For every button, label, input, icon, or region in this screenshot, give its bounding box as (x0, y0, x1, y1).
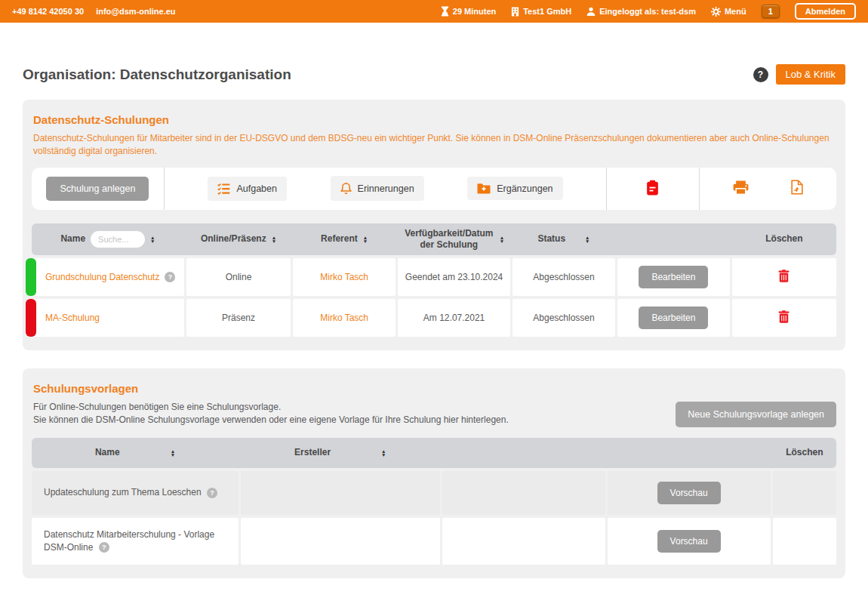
col-header-name[interactable]: Name ▲▼ (32, 438, 239, 468)
title-row: Organisation: Datenschutzorganisation ? … (23, 64, 845, 85)
folder-plus-icon (477, 183, 491, 194)
clipboard-icon (646, 180, 659, 196)
col-header-status[interactable]: Status ▲▼ (512, 223, 615, 255)
schulungen-toolbar: Schulung anlegen Aufgaben Erinnerungen E… (32, 168, 836, 210)
company-name[interactable]: Test1 GmbH (511, 7, 571, 17)
cell-status: Abgeschlossen (512, 258, 615, 296)
email-link[interactable]: info@dsm-online.eu (96, 7, 175, 16)
col-header-delete: Löschen (773, 438, 836, 468)
table-row: Grundschulung Datenschutz ? Online Mirko… (32, 258, 836, 296)
cell-empty (442, 471, 605, 515)
sort-icon[interactable]: ▲▼ (171, 449, 175, 457)
table-row: MA-Schulung Präsenz Mirko Tasch Am 12.07… (32, 299, 836, 337)
row-help-icon[interactable]: ? (207, 488, 217, 498)
col-header-empty (442, 438, 605, 468)
cell-delete (773, 471, 836, 515)
col-header-mode[interactable]: Online/Präsenz ▲▼ (186, 223, 291, 255)
sort-icon[interactable]: ▲▼ (381, 449, 386, 457)
vorlagen-title: Schulungsvorlagen (33, 382, 835, 395)
vorlagen-table-header: Name ▲▼ Ersteller ▲▼ Löschen (32, 438, 836, 468)
col-header-referent[interactable]: Referent ▲▼ (293, 223, 396, 255)
main-content: Organisation: Datenschutzorganisation ? … (0, 64, 868, 578)
toolbar-section-actions: Aufgaben Erinnerungen Ergänzungen (165, 168, 607, 210)
referent-link[interactable]: Mirko Tasch (320, 272, 368, 282)
preview-button[interactable]: Vorschau (657, 530, 721, 553)
gear-icon (711, 7, 721, 17)
cell-name: MA-Schulung (32, 299, 184, 337)
cell-edit: Bearbeiten (617, 299, 730, 337)
print-button[interactable] (727, 177, 755, 200)
toolbar-section-create: Schulung anlegen (32, 168, 165, 210)
cell-mode: Präsenz (186, 299, 291, 337)
additions-button[interactable]: Ergänzungen (467, 177, 562, 200)
col-header-delete: Löschen (732, 223, 836, 255)
cell-availability: Geendet am 23.10.2024 (398, 258, 510, 296)
create-template-button[interactable]: Neue Schulungsvorlage anlegen (676, 402, 836, 427)
sort-icon[interactable]: ▲▼ (500, 236, 504, 243)
vorlagen-card: Schulungsvorlagen Für Online-Schulungen … (23, 368, 845, 578)
topbar: +49 8142 42050 30 info@dsm-online.eu 29 … (0, 0, 868, 23)
schulungen-card: Datenschutz-Schulungen Datenschutz-Schul… (23, 100, 845, 350)
cell-status: Abgeschlossen (512, 299, 615, 337)
template-row: Datenschutz Mitarbeiterschulung - Vorlag… (32, 518, 836, 565)
vorlagen-head: Für Online-Schulungen benötigen Sie eine… (32, 401, 836, 427)
feedback-button[interactable]: Lob & Kritik (776, 64, 845, 85)
cell-preview: Vorschau (608, 518, 771, 565)
create-schulung-button[interactable]: Schulung anlegen (46, 177, 149, 201)
cell-mode: Online (186, 258, 291, 296)
row-help-icon[interactable]: ? (165, 272, 175, 282)
row-help-icon[interactable]: ? (99, 542, 109, 553)
hourglass-icon (441, 6, 449, 17)
notification-badge[interactable]: 1 (762, 5, 780, 18)
col-header-ersteller[interactable]: Ersteller ▲▼ (241, 438, 440, 468)
sort-icon[interactable]: ▲▼ (585, 236, 589, 243)
reminders-button[interactable]: Erinnerungen (331, 176, 424, 201)
report-button[interactable] (640, 177, 665, 201)
col-header-edit (617, 223, 730, 255)
edit-button[interactable]: Bearbeiten (639, 266, 708, 288)
cell-empty (442, 518, 605, 565)
vorlagen-description: Für Online-Schulungen benötigen Sie eine… (33, 401, 509, 427)
cell-preview: Vorschau (608, 471, 771, 515)
help-icon[interactable]: ? (753, 67, 768, 82)
template-name: Updateschulung zum Thema Loeschen ? (44, 486, 217, 498)
search-input[interactable] (91, 231, 145, 248)
topbar-contact: +49 8142 42050 30 info@dsm-online.eu (12, 7, 176, 16)
preview-button[interactable]: Vorschau (657, 482, 721, 504)
building-icon (511, 7, 519, 17)
toolbar-section-export (700, 168, 836, 210)
delete-button[interactable] (776, 267, 792, 287)
schulung-link[interactable]: Grundschulung Datenschutz (45, 272, 159, 282)
session-timer: 29 Minuten (441, 6, 496, 17)
logout-button[interactable]: Abmelden (795, 3, 856, 20)
trash-icon (778, 270, 790, 282)
col-header-name[interactable]: Name ▲▼ (32, 223, 184, 255)
edit-button[interactable]: Bearbeiten (639, 306, 708, 329)
schulung-link[interactable]: MA-Schulung (45, 313, 100, 323)
sort-icon[interactable]: ▲▼ (150, 236, 155, 243)
menu-button[interactable]: Menü (711, 7, 746, 17)
tasks-button[interactable]: Aufgaben (208, 177, 287, 201)
phone-number[interactable]: +49 8142 42050 30 (12, 7, 84, 16)
schulungen-table-header: Name ▲▼ Online/Präsenz ▲▼ Referent ▲▼ Ve… (32, 223, 836, 255)
logged-in-user[interactable]: Eingeloggt als: test-dsm (586, 7, 696, 16)
trash-icon (778, 310, 790, 323)
referent-link[interactable]: Mirko Tasch (320, 313, 368, 323)
schulungen-title: Datenschutz-Schulungen (33, 113, 835, 126)
cell-delete (732, 299, 836, 337)
pdf-file-icon (791, 180, 803, 195)
col-header-empty (608, 438, 771, 468)
template-name: Datenschutz Mitarbeiterschulung - Vorlag… (44, 528, 229, 553)
col-header-availability[interactable]: Verfügbarkeit/Datum der Schulung ▲▼ (398, 223, 510, 255)
cell-name: Grundschulung Datenschutz ? (32, 258, 184, 296)
page-title: Organisation: Datenschutzorganisation (23, 66, 291, 83)
status-indicator-red (26, 299, 36, 337)
sort-icon[interactable]: ▲▼ (272, 236, 276, 243)
delete-button[interactable] (776, 308, 792, 328)
sort-icon[interactable]: ▲▼ (363, 236, 368, 243)
cell-delete (732, 258, 836, 296)
printer-icon (733, 180, 749, 195)
tasks-icon (217, 183, 230, 195)
template-row: Updateschulung zum Thema Loeschen ? Vors… (32, 471, 836, 515)
pdf-export-button[interactable] (785, 177, 809, 200)
